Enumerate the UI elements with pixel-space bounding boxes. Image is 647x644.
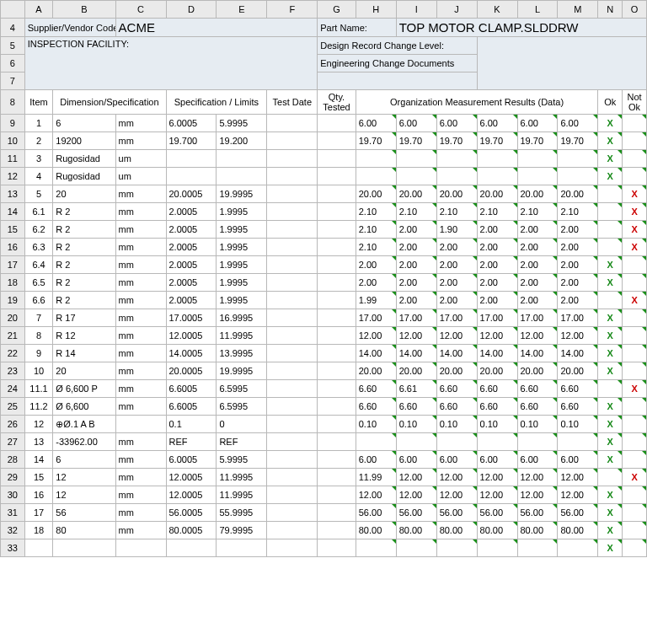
cell-unit[interactable] xyxy=(115,539,166,557)
cell-ok[interactable]: X xyxy=(598,150,623,168)
col-header[interactable]: L xyxy=(517,1,558,19)
cell-spec-high[interactable]: 2.0005 xyxy=(166,221,217,239)
cell-test-date[interactable] xyxy=(267,416,318,433)
row-header[interactable]: 15 xyxy=(1,221,25,239)
cell-dimension[interactable]: R 2 xyxy=(53,221,115,239)
cell-dimension[interactable]: 12 xyxy=(53,486,115,504)
cell-result[interactable]: 2.00 xyxy=(436,274,477,292)
cell-not-ok[interactable] xyxy=(623,416,647,433)
cell-test-date[interactable] xyxy=(267,327,318,345)
cell-ok[interactable] xyxy=(598,380,623,398)
cell-spec-low[interactable]: 6.5995 xyxy=(217,380,267,398)
cell-test-date[interactable] xyxy=(267,256,318,274)
cell-result[interactable]: 2.00 xyxy=(477,239,517,256)
cell-qty-tested[interactable] xyxy=(318,327,356,345)
cell-ok[interactable] xyxy=(598,292,623,309)
cell-test-date[interactable] xyxy=(267,274,318,292)
cell-result[interactable]: 20.00 xyxy=(356,362,396,380)
row-header[interactable]: 8 xyxy=(1,90,25,115)
cell-result[interactable]: 12.00 xyxy=(558,486,598,504)
cell-dimension[interactable]: -33962.00 xyxy=(53,433,115,451)
row-header[interactable]: 16 xyxy=(1,239,25,256)
cell-spec-high[interactable]: 20.0005 xyxy=(166,185,217,203)
cell-spec-high[interactable] xyxy=(166,168,217,185)
cell-not-ok[interactable]: X xyxy=(623,380,647,398)
cell-not-ok[interactable] xyxy=(623,168,647,185)
cell-item[interactable]: 10 xyxy=(24,362,53,380)
cell-item[interactable]: 6.5 xyxy=(24,274,53,292)
cell-result[interactable]: 56.00 xyxy=(356,504,396,522)
cell-test-date[interactable] xyxy=(267,150,318,168)
cell-spec-high[interactable]: 2.0005 xyxy=(166,203,217,221)
cell-not-ok[interactable] xyxy=(623,451,647,469)
cell-ok[interactable]: X xyxy=(598,398,623,416)
cell-spec-high[interactable]: 2.0005 xyxy=(166,292,217,309)
cell-dimension[interactable]: R 2 xyxy=(53,239,115,256)
cell-result[interactable]: 17.00 xyxy=(396,309,436,327)
cell-spec-high[interactable]: 56.0005 xyxy=(166,504,217,522)
cell-unit[interactable]: um xyxy=(115,168,166,185)
cell-item[interactable]: 1 xyxy=(24,115,53,132)
cell-not-ok[interactable]: X xyxy=(623,203,647,221)
cell-spec-low[interactable] xyxy=(217,168,267,185)
cell-result[interactable]: 2.10 xyxy=(396,203,436,221)
cell-result[interactable]: 6.00 xyxy=(396,115,436,132)
cell-spec-high[interactable]: 6.6005 xyxy=(166,380,217,398)
cell-spec-high[interactable]: 2.0005 xyxy=(166,256,217,274)
cell-result[interactable] xyxy=(436,539,477,557)
cell-unit[interactable]: mm xyxy=(115,185,166,203)
row-header[interactable]: 24 xyxy=(1,380,25,398)
cell-dimension[interactable]: R 2 xyxy=(53,292,115,309)
cell-result[interactable]: 20.00 xyxy=(517,185,558,203)
cell-qty-tested[interactable] xyxy=(318,203,356,221)
cell-dimension[interactable]: 12 xyxy=(53,469,115,486)
row-header[interactable]: 29 xyxy=(1,469,25,486)
cell-spec-high[interactable]: 12.0005 xyxy=(166,327,217,345)
cell-ok[interactable]: X xyxy=(598,345,623,362)
cell-result[interactable]: 12.00 xyxy=(558,469,598,486)
cell-result[interactable]: 80.00 xyxy=(356,522,396,539)
cell-result[interactable] xyxy=(396,168,436,185)
cell-item[interactable]: 11.1 xyxy=(24,380,53,398)
supplier-value[interactable]: ACME xyxy=(115,19,318,37)
cell-ok[interactable]: X xyxy=(598,256,623,274)
col-header[interactable]: F xyxy=(267,1,318,19)
cell-result[interactable]: 19.70 xyxy=(477,132,517,150)
cell-result[interactable]: 0.10 xyxy=(558,416,598,433)
cell-result[interactable]: 80.00 xyxy=(477,522,517,539)
cell-item[interactable]: 6.6 xyxy=(24,292,53,309)
cell-result[interactable]: 80.00 xyxy=(436,522,477,539)
col-header[interactable]: J xyxy=(436,1,477,19)
cell-result[interactable]: 6.00 xyxy=(477,451,517,469)
cell-result[interactable]: 2.00 xyxy=(517,221,558,239)
cell-ok[interactable]: X xyxy=(598,451,623,469)
cell-test-date[interactable] xyxy=(267,433,318,451)
cell-dimension[interactable]: ⊕Ø.1 A B xyxy=(53,416,115,433)
cell-result[interactable]: 2.00 xyxy=(558,292,598,309)
cell-dimension[interactable]: 56 xyxy=(53,504,115,522)
cell-ok[interactable]: X xyxy=(598,433,623,451)
cell-qty-tested[interactable] xyxy=(318,150,356,168)
cell-result[interactable]: 2.00 xyxy=(558,274,598,292)
cell-dimension[interactable]: 6 xyxy=(53,115,115,132)
cell-not-ok[interactable]: X xyxy=(623,292,647,309)
col-header[interactable]: N xyxy=(598,1,623,19)
cell-unit[interactable]: mm xyxy=(115,292,166,309)
row-header[interactable]: 14 xyxy=(1,203,25,221)
cell-result[interactable]: 2.00 xyxy=(396,274,436,292)
cell-result[interactable]: 2.10 xyxy=(356,221,396,239)
cell-unit[interactable]: um xyxy=(115,150,166,168)
cell-result[interactable] xyxy=(436,150,477,168)
cell-test-date[interactable] xyxy=(267,539,318,557)
cell-dimension[interactable]: R 12 xyxy=(53,327,115,345)
cell-qty-tested[interactable] xyxy=(318,292,356,309)
cell-qty-tested[interactable] xyxy=(318,309,356,327)
cell-qty-tested[interactable] xyxy=(318,380,356,398)
cell-result[interactable]: 80.00 xyxy=(396,522,436,539)
cell-result[interactable]: 12.00 xyxy=(396,327,436,345)
cell-test-date[interactable] xyxy=(267,168,318,185)
cell-not-ok[interactable] xyxy=(623,522,647,539)
row-header[interactable]: 27 xyxy=(1,433,25,451)
cell-result[interactable]: 2.00 xyxy=(436,256,477,274)
cell-test-date[interactable] xyxy=(267,239,318,256)
